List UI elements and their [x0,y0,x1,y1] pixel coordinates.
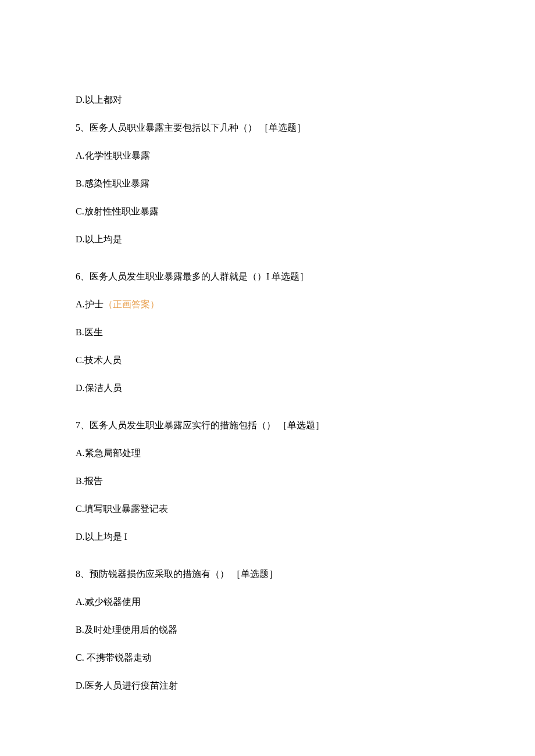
q7-option-d: D.以上均是 I [76,530,459,544]
q8-option-c: C. 不携带锐器走动 [76,651,459,665]
q6-option-a-text: A.护士 [76,299,104,309]
q6-stem: 6、医务人员发生职业暴露最多的人群就是（）I 单选题］ [76,270,459,284]
q5-option-a: A.化学性职业暴露 [76,149,459,163]
q7-option-b: B.报告 [76,474,459,488]
q5-stem: 5、医务人员职业暴露主要包括以下几种（） ［单选题］ [76,121,459,135]
q8-option-b: B.及时处理使用后的锐器 [76,623,459,637]
q6-option-c: C.技术人员 [76,353,459,367]
q6-option-b: B.医生 [76,325,459,339]
q7-stem: 7、医务人员发生职业暴露应实行的措施包括（） ［单选题］ [76,418,459,432]
q8-option-d: D.医务人员进行疫苗注射 [76,679,459,693]
q4-option-d: D.以上都对 [76,93,459,107]
q6-option-d: D.保洁人员 [76,381,459,395]
q5-option-d: D.以上均是 [76,232,459,246]
q5-option-c: C.放射性性职业暴露 [76,205,459,218]
q6-option-a: A.护士（正画答案） [76,298,459,311]
q8-option-a: A.减少锐器使用 [76,595,459,609]
q5-option-b: B.感染性职业暴露 [76,177,459,191]
q6-correct-tag: （正画答案） [104,299,159,309]
q7-option-c: C.填写职业暴露登记表 [76,502,459,516]
q8-stem: 8、预防锐器损伤应采取的措施有（） ［单选题］ [76,567,459,581]
q7-option-a: A.紧急局部处理 [76,446,459,460]
